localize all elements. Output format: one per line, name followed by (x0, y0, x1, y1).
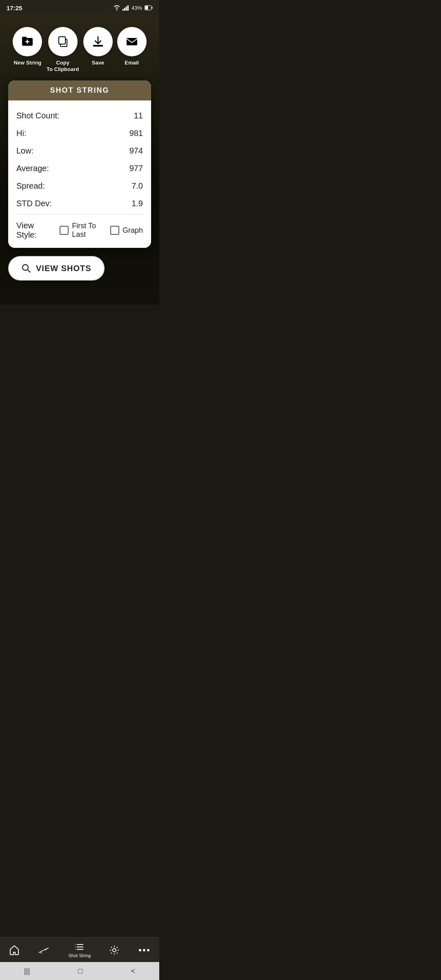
stat-std-dev: STD Dev: 1.9 (16, 195, 143, 212)
first-to-last-checkbox[interactable] (60, 226, 69, 235)
svg-rect-6 (145, 6, 148, 10)
status-time: 17:25 (7, 4, 22, 11)
first-to-last-option[interactable]: First To Last (60, 222, 105, 239)
stat-label-shot-count: Shot Count: (16, 111, 60, 120)
email-label: Email (125, 60, 139, 66)
folder-plus-icon (21, 35, 34, 48)
view-style-row: View Style: First To Last Graph (16, 216, 143, 241)
view-shots-button[interactable]: VIEW SHOTS (8, 256, 105, 281)
email-icon-circle (117, 27, 147, 56)
svg-rect-10 (59, 37, 65, 44)
email-icon (125, 35, 138, 48)
svg-rect-11 (93, 45, 103, 47)
signal-icon (122, 5, 129, 11)
battery-text: 43% (131, 5, 142, 11)
copy-clipboard-button[interactable]: CopyTo Clipboard (47, 27, 79, 72)
email-button[interactable]: Email (117, 27, 147, 66)
stat-label-low: Low: (16, 146, 33, 156)
view-style-label: View Style: (16, 221, 51, 240)
stat-spread: Spread: 7.0 (16, 177, 143, 195)
svg-line-14 (28, 270, 30, 272)
svg-rect-5 (152, 7, 153, 9)
action-buttons-row: New String CopyTo Clipboard Save (7, 23, 153, 80)
copy-icon (56, 35, 69, 48)
graph-label: Graph (122, 226, 143, 235)
graph-checkbox[interactable] (110, 226, 119, 235)
battery-icon (145, 5, 153, 10)
stat-value-hi: 981 (129, 129, 143, 138)
stat-low: Low: 974 (16, 142, 143, 160)
stat-label-spread: Spread: (16, 181, 45, 191)
stat-value-std-dev: 1.9 (131, 199, 143, 208)
card-title: SHOT STRING (50, 86, 109, 94)
svg-point-13 (22, 265, 28, 270)
new-string-button[interactable]: New String (13, 27, 42, 66)
svg-rect-1 (124, 8, 125, 11)
stat-label-std-dev: STD Dev: (16, 199, 52, 208)
card-header: SHOT STRING (8, 80, 151, 100)
main-content: New String CopyTo Clipboard Save (0, 15, 159, 281)
download-icon (91, 35, 105, 48)
svg-rect-0 (122, 9, 124, 11)
graph-option[interactable]: Graph (110, 226, 143, 235)
first-to-last-label: First To Last (72, 222, 105, 239)
status-bar: 17:25 43% (0, 0, 159, 15)
copy-clipboard-label: CopyTo Clipboard (47, 60, 79, 72)
save-button[interactable]: Save (83, 27, 113, 66)
new-string-label: New String (13, 60, 41, 66)
svg-rect-2 (126, 7, 127, 11)
card-body: Shot Count: 11 Hi: 981 Low: 974 Average:… (8, 100, 151, 248)
shot-string-card: SHOT STRING Shot Count: 11 Hi: 981 Low: … (8, 80, 151, 248)
copy-icon-circle (48, 27, 78, 56)
stat-label-average: Average: (16, 164, 49, 173)
stat-shot-count: Shot Count: 11 (16, 107, 143, 125)
svg-rect-3 (127, 5, 129, 11)
stat-value-average: 977 (129, 164, 143, 173)
save-icon-circle (83, 27, 113, 56)
new-string-icon-circle (13, 27, 42, 56)
search-icon (21, 263, 31, 273)
status-icons: 43% (114, 5, 153, 11)
stat-value-shot-count: 11 (134, 111, 143, 120)
svg-rect-12 (127, 38, 137, 45)
stat-value-low: 974 (129, 146, 143, 156)
save-label: Save (92, 60, 104, 66)
stat-average: Average: 977 (16, 160, 143, 177)
stat-value-spread: 7.0 (131, 181, 143, 191)
stat-label-hi: Hi: (16, 129, 26, 138)
card-divider (16, 214, 143, 214)
stat-hi: Hi: 981 (16, 125, 143, 142)
wifi-icon (114, 5, 120, 11)
view-shots-label: VIEW SHOTS (36, 264, 91, 273)
